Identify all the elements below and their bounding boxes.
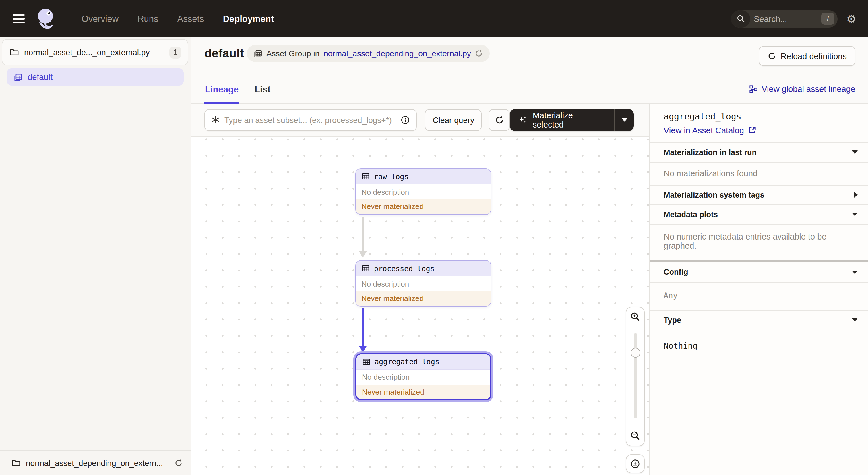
chevron-down-icon	[852, 212, 858, 216]
dagster-logo[interactable]	[34, 6, 57, 31]
info-icon[interactable]	[401, 115, 410, 124]
refresh-icon[interactable]	[475, 50, 483, 57]
edge-raw-to-processed	[359, 216, 367, 258]
asset-node-raw-logs[interactable]: raw_logs No description Never materializ…	[355, 168, 491, 214]
lineage-graph-icon	[749, 85, 757, 93]
lineage-graph-canvas[interactable]: raw_logs No description Never materializ…	[191, 136, 649, 475]
search-box[interactable]: /	[731, 10, 838, 27]
page-header: default Asset Group in normal_asset_depe…	[191, 37, 868, 84]
folder-icon	[10, 48, 19, 57]
tab-list[interactable]: List	[254, 84, 271, 104]
table-icon	[361, 264, 369, 272]
zoom-in-button[interactable]	[626, 307, 644, 327]
asset-node-aggregated-logs[interactable]: aggregated_logs No description Never mat…	[355, 353, 491, 400]
search-icon	[731, 10, 750, 27]
section-config[interactable]: Config	[650, 262, 868, 282]
search-shortcut-key: /	[822, 12, 834, 25]
sidebar-item-default-group[interactable]: default	[7, 68, 184, 86]
tabs-row: Lineage List View global asset lineage	[191, 84, 868, 104]
zoom-slider-thumb[interactable]	[630, 348, 640, 357]
main-content: default Asset Group in normal_asset_depe…	[191, 37, 868, 475]
config-value: Any	[650, 282, 868, 310]
folder-icon	[11, 458, 21, 468]
code-location-footer[interactable]: normal_asset_depending_on_extern...	[0, 450, 191, 475]
view-global-asset-lineage-link[interactable]: View global asset lineage	[749, 84, 856, 94]
asset-subset-query[interactable]	[205, 109, 417, 131]
materialize-label: Materialize selected	[533, 111, 606, 129]
zoom-out-button[interactable]	[626, 426, 644, 445]
refresh-icon	[495, 115, 504, 124]
lineage-pane: Clear query Materialize selecte	[191, 104, 649, 475]
chevron-down-icon	[852, 318, 858, 322]
nav-runs[interactable]: Runs	[137, 13, 158, 24]
search-input[interactable]	[750, 14, 822, 23]
gear-icon[interactable]: ⚙	[846, 13, 857, 24]
asset-subset-input[interactable]	[224, 115, 396, 124]
refresh-graph-button[interactable]	[489, 109, 510, 131]
asset-description: No description	[356, 369, 490, 385]
page-title: default	[205, 47, 244, 60]
metadata-plots-empty-state: No numeric metadata entries available to…	[650, 224, 868, 259]
breadcrumb-code-location-link[interactable]: normal_asset_depending_on_external.py	[323, 49, 471, 58]
app-root: Overview Runs Assets Deployment / ⚙ norm…	[0, 0, 868, 475]
chevron-down-icon	[621, 118, 627, 121]
asset-status: Never materialized	[355, 291, 491, 306]
nav-deployment[interactable]: Deployment	[223, 13, 274, 24]
chevron-down-icon	[852, 150, 858, 154]
code-location-header[interactable]: normal_asset_de..._on_external.py 1	[2, 39, 188, 65]
zoom-out-icon	[630, 431, 640, 441]
asset-description: No description	[355, 276, 491, 291]
edge-processed-to-aggregated	[359, 307, 367, 352]
graph-toolbar: Clear query Materialize selecte	[191, 104, 649, 136]
section-materialization-last-run[interactable]: Materialization in last run	[650, 142, 868, 162]
selected-asset-name: aggregated_logs	[663, 111, 859, 121]
sparkle-icon	[518, 115, 528, 125]
view-in-asset-catalog-link[interactable]: View in Asset Catalog	[663, 125, 859, 135]
type-value: Nothing	[650, 329, 868, 357]
asset-node-processed-logs[interactable]: processed_logs No description Never mate…	[355, 260, 491, 306]
download-graph-button[interactable]	[626, 454, 645, 473]
sidebar-item-label: default	[28, 72, 53, 82]
menu-icon[interactable]	[12, 12, 25, 26]
panel-header: aggregated_logs View in Asset Catalog	[650, 104, 868, 142]
asset-group-count-badge: 1	[169, 46, 181, 58]
clear-query-button[interactable]: Clear query	[425, 109, 482, 131]
panel-splitter[interactable]	[650, 259, 868, 262]
primary-nav: Overview Runs Assets Deployment	[82, 13, 274, 24]
zoom-in-icon	[630, 312, 640, 322]
nav-overview[interactable]: Overview	[82, 13, 119, 24]
reload-definitions-button[interactable]: Reload definitions	[758, 46, 856, 66]
section-materialization-system-tags[interactable]: Materialization system tags	[650, 185, 868, 204]
asset-detail-panel: aggregated_logs View in Asset Catalog Ma…	[649, 104, 868, 475]
materialization-empty-state: No materializations found	[650, 162, 868, 185]
breadcrumb-prefix: Asset Group in	[267, 49, 319, 58]
asset-group-icon	[14, 73, 22, 81]
sidebar: normal_asset_de..._on_external.py 1 defa…	[0, 37, 191, 475]
zoom-slider[interactable]	[626, 327, 644, 425]
asset-description: No description	[355, 184, 491, 199]
table-icon	[361, 172, 369, 180]
materialize-dropdown-toggle[interactable]	[615, 109, 634, 131]
tab-lineage[interactable]: Lineage	[205, 84, 239, 104]
asset-group-icon	[254, 49, 262, 58]
reload-location-icon[interactable]	[175, 459, 183, 467]
section-type[interactable]: Type	[650, 310, 868, 329]
asset-status: Never materialized	[356, 385, 490, 399]
external-link-icon	[748, 126, 756, 135]
asset-status: Never materialized	[355, 199, 491, 214]
asset-name: aggregated_logs	[375, 357, 439, 366]
reload-definitions-label: Reload definitions	[780, 51, 847, 61]
asset-name: raw_logs	[374, 172, 408, 181]
asset-selection-icon	[211, 115, 220, 124]
section-metadata-plots[interactable]: Metadata plots	[650, 204, 868, 224]
code-location-footer-name: normal_asset_depending_on_extern...	[26, 458, 163, 468]
nav-assets[interactable]: Assets	[177, 13, 204, 24]
asset-name: processed_logs	[374, 264, 435, 272]
download-icon	[630, 458, 640, 468]
materialize-selected-button[interactable]: Materialize selected	[510, 109, 634, 131]
zoom-controls	[626, 306, 645, 446]
chevron-down-icon	[852, 270, 858, 274]
top-nav: Overview Runs Assets Deployment / ⚙	[0, 0, 868, 37]
table-icon	[362, 358, 370, 365]
chevron-right-icon	[854, 192, 858, 198]
